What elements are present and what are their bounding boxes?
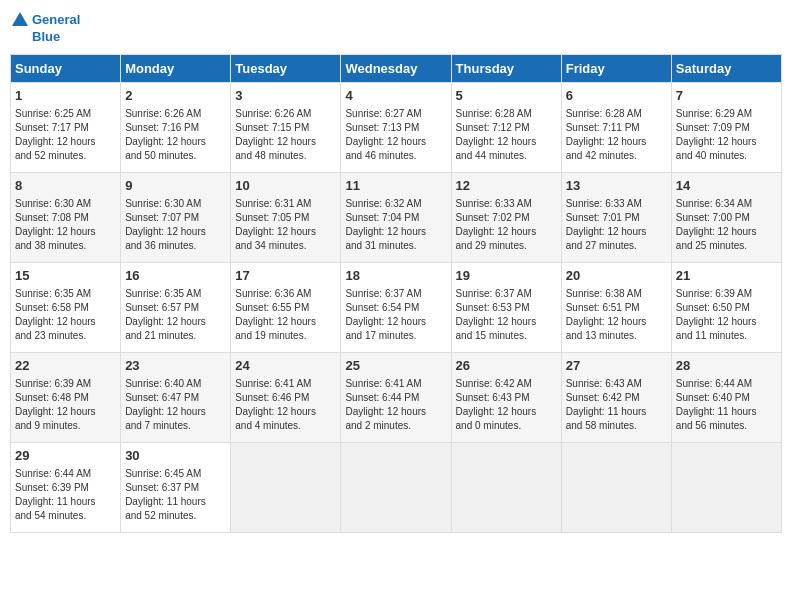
day-number: 1 [15, 87, 116, 105]
calendar-cell: 9Sunrise: 6:30 AMSunset: 7:07 PMDaylight… [121, 173, 231, 263]
day-info-line: Sunrise: 6:32 AM [345, 197, 446, 211]
day-info-line: Sunrise: 6:41 AM [235, 377, 336, 391]
day-info-line: and 42 minutes. [566, 149, 667, 163]
day-number: 19 [456, 267, 557, 285]
week-row-3: 15Sunrise: 6:35 AMSunset: 6:58 PMDayligh… [11, 263, 782, 353]
logo-line1: General [32, 13, 80, 27]
day-info-line: Sunset: 6:57 PM [125, 301, 226, 315]
day-info-line: Sunset: 6:50 PM [676, 301, 777, 315]
day-info-line: Daylight: 12 hours [125, 405, 226, 419]
weekday-header-friday: Friday [561, 55, 671, 83]
day-number: 5 [456, 87, 557, 105]
day-info-line: Sunrise: 6:28 AM [566, 107, 667, 121]
weekday-header-tuesday: Tuesday [231, 55, 341, 83]
day-number: 29 [15, 447, 116, 465]
day-info-line: and 2 minutes. [345, 419, 446, 433]
day-info-line: and 50 minutes. [125, 149, 226, 163]
week-row-5: 29Sunrise: 6:44 AMSunset: 6:39 PMDayligh… [11, 443, 782, 533]
day-info-line: Sunset: 6:51 PM [566, 301, 667, 315]
day-info-line: Sunrise: 6:26 AM [235, 107, 336, 121]
calendar-cell: 14Sunrise: 6:34 AMSunset: 7:00 PMDayligh… [671, 173, 781, 263]
day-info-line: and 58 minutes. [566, 419, 667, 433]
day-info-line: Daylight: 12 hours [345, 315, 446, 329]
calendar-cell: 18Sunrise: 6:37 AMSunset: 6:54 PMDayligh… [341, 263, 451, 353]
calendar-cell [341, 443, 451, 533]
day-info-line: Sunset: 7:09 PM [676, 121, 777, 135]
day-info-line: Daylight: 12 hours [456, 405, 557, 419]
calendar-cell: 19Sunrise: 6:37 AMSunset: 6:53 PMDayligh… [451, 263, 561, 353]
day-info-line: Sunset: 7:08 PM [15, 211, 116, 225]
day-number: 14 [676, 177, 777, 195]
day-info-line: Daylight: 12 hours [235, 405, 336, 419]
day-number: 22 [15, 357, 116, 375]
day-info-line: Daylight: 11 hours [566, 405, 667, 419]
day-info-line: Sunrise: 6:26 AM [125, 107, 226, 121]
day-info-line: Daylight: 12 hours [566, 315, 667, 329]
calendar-cell: 25Sunrise: 6:41 AMSunset: 6:44 PMDayligh… [341, 353, 451, 443]
day-info-line: Sunrise: 6:30 AM [15, 197, 116, 211]
day-info-line: and 7 minutes. [125, 419, 226, 433]
day-info-line: Sunrise: 6:33 AM [456, 197, 557, 211]
day-info-line: Daylight: 12 hours [676, 225, 777, 239]
calendar-cell: 30Sunrise: 6:45 AMSunset: 6:37 PMDayligh… [121, 443, 231, 533]
calendar-cell: 1Sunrise: 6:25 AMSunset: 7:17 PMDaylight… [11, 83, 121, 173]
day-number: 6 [566, 87, 667, 105]
calendar-cell: 22Sunrise: 6:39 AMSunset: 6:48 PMDayligh… [11, 353, 121, 443]
day-info-line: Daylight: 12 hours [125, 135, 226, 149]
day-info-line: Sunrise: 6:43 AM [566, 377, 667, 391]
day-info-line: and 48 minutes. [235, 149, 336, 163]
day-info-line: and 34 minutes. [235, 239, 336, 253]
calendar-cell: 20Sunrise: 6:38 AMSunset: 6:51 PMDayligh… [561, 263, 671, 353]
day-info-line: Sunrise: 6:27 AM [345, 107, 446, 121]
day-info-line: Daylight: 12 hours [566, 135, 667, 149]
week-row-2: 8Sunrise: 6:30 AMSunset: 7:08 PMDaylight… [11, 173, 782, 263]
logo-text-block: General Blue [10, 10, 80, 44]
calendar-cell: 8Sunrise: 6:30 AMSunset: 7:08 PMDaylight… [11, 173, 121, 263]
day-info-line: Sunrise: 6:37 AM [456, 287, 557, 301]
calendar-cell: 2Sunrise: 6:26 AMSunset: 7:16 PMDaylight… [121, 83, 231, 173]
day-info-line: Sunset: 6:42 PM [566, 391, 667, 405]
logo-triangle-icon [10, 10, 30, 30]
day-info-line: and 13 minutes. [566, 329, 667, 343]
day-number: 9 [125, 177, 226, 195]
logo-line2: Blue [32, 30, 60, 44]
day-number: 15 [15, 267, 116, 285]
day-info-line: Daylight: 12 hours [235, 225, 336, 239]
day-info-line: and 56 minutes. [676, 419, 777, 433]
day-number: 2 [125, 87, 226, 105]
day-number: 28 [676, 357, 777, 375]
day-info-line: Daylight: 11 hours [15, 495, 116, 509]
day-info-line: Daylight: 12 hours [456, 225, 557, 239]
svg-marker-0 [12, 12, 28, 26]
day-info-line: Sunrise: 6:40 AM [125, 377, 226, 391]
calendar-table: SundayMondayTuesdayWednesdayThursdayFrid… [10, 54, 782, 533]
day-info-line: Sunset: 6:39 PM [15, 481, 116, 495]
day-number: 13 [566, 177, 667, 195]
day-info-line: and 52 minutes. [15, 149, 116, 163]
calendar-cell: 15Sunrise: 6:35 AMSunset: 6:58 PMDayligh… [11, 263, 121, 353]
day-info-line: and 36 minutes. [125, 239, 226, 253]
day-info-line: Sunset: 7:12 PM [456, 121, 557, 135]
day-number: 16 [125, 267, 226, 285]
day-number: 3 [235, 87, 336, 105]
calendar-cell: 21Sunrise: 6:39 AMSunset: 6:50 PMDayligh… [671, 263, 781, 353]
day-info-line: Sunset: 7:15 PM [235, 121, 336, 135]
day-info-line: Sunrise: 6:44 AM [676, 377, 777, 391]
day-info-line: and 46 minutes. [345, 149, 446, 163]
day-number: 21 [676, 267, 777, 285]
day-info-line: Daylight: 12 hours [676, 135, 777, 149]
day-number: 27 [566, 357, 667, 375]
day-info-line: Sunrise: 6:30 AM [125, 197, 226, 211]
weekday-header-saturday: Saturday [671, 55, 781, 83]
day-info-line: Daylight: 12 hours [15, 135, 116, 149]
day-info-line: Sunrise: 6:37 AM [345, 287, 446, 301]
week-row-1: 1Sunrise: 6:25 AMSunset: 7:17 PMDaylight… [11, 83, 782, 173]
weekday-header-monday: Monday [121, 55, 231, 83]
day-info-line: Sunset: 6:47 PM [125, 391, 226, 405]
calendar-cell: 23Sunrise: 6:40 AMSunset: 6:47 PMDayligh… [121, 353, 231, 443]
day-info-line: Sunset: 7:02 PM [456, 211, 557, 225]
day-info-line: and 4 minutes. [235, 419, 336, 433]
day-info-line: Sunrise: 6:38 AM [566, 287, 667, 301]
day-info-line: and 21 minutes. [125, 329, 226, 343]
page-header: General Blue [10, 10, 782, 44]
